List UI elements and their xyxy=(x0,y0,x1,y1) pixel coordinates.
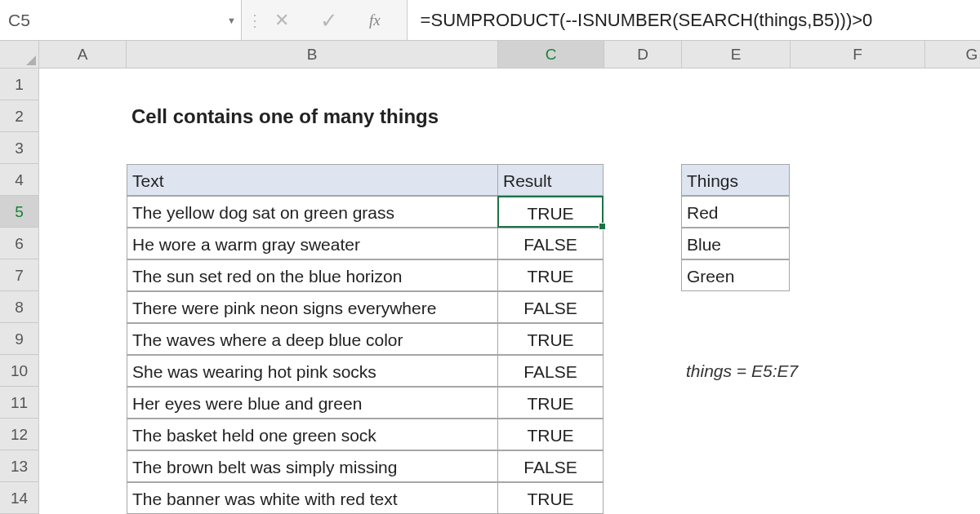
fill-handle[interactable] xyxy=(599,223,606,230)
col-header-e[interactable]: E xyxy=(682,41,791,69)
cell-text[interactable]: The banner was white with red text xyxy=(127,482,498,514)
row-header-2[interactable]: 2 xyxy=(0,100,39,132)
name-box-wrap[interactable]: ▼ xyxy=(0,0,242,40)
cell-text[interactable]: She was wearing hot pink socks xyxy=(127,355,498,387)
row-header-1[interactable]: 1 xyxy=(0,69,39,100)
column-headers: A B C D E F G xyxy=(39,41,980,69)
row-header-13[interactable]: 13 xyxy=(0,450,39,482)
formula-input[interactable] xyxy=(421,10,980,31)
formula-input-wrap[interactable] xyxy=(407,0,980,40)
cancel-icon[interactable]: ✕ xyxy=(274,11,289,29)
row-header-4[interactable]: 4 xyxy=(0,164,39,196)
named-range-note: things = E5:E7 xyxy=(681,355,803,387)
page-title: Cell contains one of many things xyxy=(127,100,443,132)
cell-result[interactable]: FALSE xyxy=(497,450,604,482)
enter-icon[interactable]: ✓ xyxy=(320,10,338,31)
select-all-corner[interactable] xyxy=(0,41,39,69)
col-header-a[interactable]: A xyxy=(39,41,127,69)
cell-result[interactable]: TRUE xyxy=(497,323,604,355)
cell-result-selected[interactable]: TRUE xyxy=(497,196,604,228)
cell-result[interactable]: TRUE xyxy=(497,387,604,419)
row-headers: 1 2 3 4 5 6 7 8 9 10 11 12 13 14 xyxy=(0,69,39,514)
col-header-c[interactable]: C xyxy=(498,41,604,69)
row-header-6[interactable]: 6 xyxy=(0,228,39,259)
name-box[interactable] xyxy=(8,11,222,30)
col-header-b[interactable]: B xyxy=(127,41,498,69)
header-things[interactable]: Things xyxy=(681,164,790,196)
row-header-14[interactable]: 14 xyxy=(0,482,39,514)
cell-text[interactable]: He wore a warm gray sweater xyxy=(127,228,498,259)
cell-result[interactable]: TRUE xyxy=(497,419,604,450)
fx-icon[interactable]: fx xyxy=(369,11,392,29)
cell-text[interactable]: The brown belt was simply missing xyxy=(127,450,498,482)
row-header-7[interactable]: 7 xyxy=(0,259,39,291)
cell-result[interactable]: TRUE xyxy=(497,259,604,291)
cell-text[interactable]: The yellow dog sat on green grass xyxy=(127,196,498,228)
cell-things[interactable]: Blue xyxy=(681,228,790,259)
row-header-3[interactable]: 3 xyxy=(0,132,39,164)
header-text[interactable]: Text xyxy=(127,164,498,196)
cell-text[interactable]: Her eyes were blue and green xyxy=(127,387,498,419)
cell-things[interactable]: Green xyxy=(681,259,790,291)
cells-area[interactable]: Cell contains one of many things Text Re… xyxy=(39,69,980,514)
cell-text[interactable]: There were pink neon signs everywhere xyxy=(127,291,498,323)
divider-handle[interactable] xyxy=(242,0,268,40)
row-header-8[interactable]: 8 xyxy=(0,291,39,323)
row-header-9[interactable]: 9 xyxy=(0,323,39,355)
name-box-dropdown-icon[interactable]: ▼ xyxy=(227,16,236,25)
cell-result[interactable]: FALSE xyxy=(497,355,604,387)
col-header-f[interactable]: F xyxy=(791,41,925,69)
row-header-10[interactable]: 10 xyxy=(0,355,39,387)
col-header-g[interactable]: G xyxy=(925,41,980,69)
spreadsheet: 1 2 3 4 5 6 7 8 9 10 11 12 13 14 A B C D… xyxy=(0,41,980,514)
cell-text[interactable]: The waves where a deep blue color xyxy=(127,323,498,355)
row-header-5[interactable]: 5 xyxy=(0,196,39,228)
cell-result[interactable]: FALSE xyxy=(497,291,604,323)
cell-result[interactable]: FALSE xyxy=(497,228,604,259)
header-result[interactable]: Result xyxy=(497,164,604,196)
cell-text[interactable]: The sun set red on the blue horizon xyxy=(127,259,498,291)
row-header-11[interactable]: 11 xyxy=(0,387,39,419)
formula-bar-buttons: ✕ ✓ fx xyxy=(268,10,407,31)
cell-result[interactable]: TRUE xyxy=(497,482,604,514)
formula-bar: ▼ ✕ ✓ fx xyxy=(0,0,980,41)
cell-text[interactable]: The basket held one green sock xyxy=(127,419,498,450)
cell-things[interactable]: Red xyxy=(681,196,790,228)
col-header-d[interactable]: D xyxy=(604,41,682,69)
row-header-12[interactable]: 12 xyxy=(0,419,39,450)
